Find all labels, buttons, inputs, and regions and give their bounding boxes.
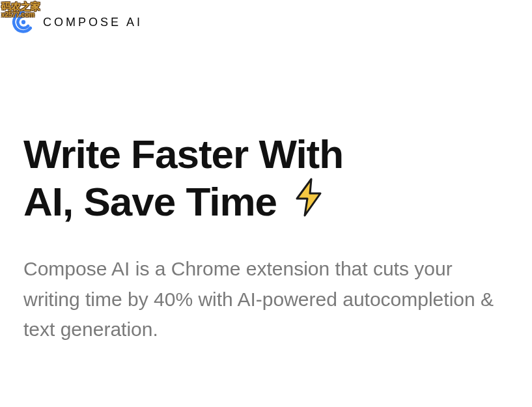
watermark-badge: 码农之家 x2577.com [1,1,40,18]
hero-headline: Write Faster With AI, Save Time [23,130,509,227]
headline-line-2: AI, Save Time [23,179,277,224]
watermark-subtitle: x2577.com [1,12,40,18]
lightning-bolt-icon [291,178,326,227]
hero-section: Write Faster With AI, Save Time Compose … [23,130,509,345]
watermark-title: 码农之家 [1,1,40,11]
svg-point-0 [21,20,25,24]
hero-subtitle: Compose AI is a Chrome extension that cu… [23,254,509,345]
brand-name: COMPOSE AI [43,16,143,29]
headline-line-1: Write Faster With [23,132,343,176]
